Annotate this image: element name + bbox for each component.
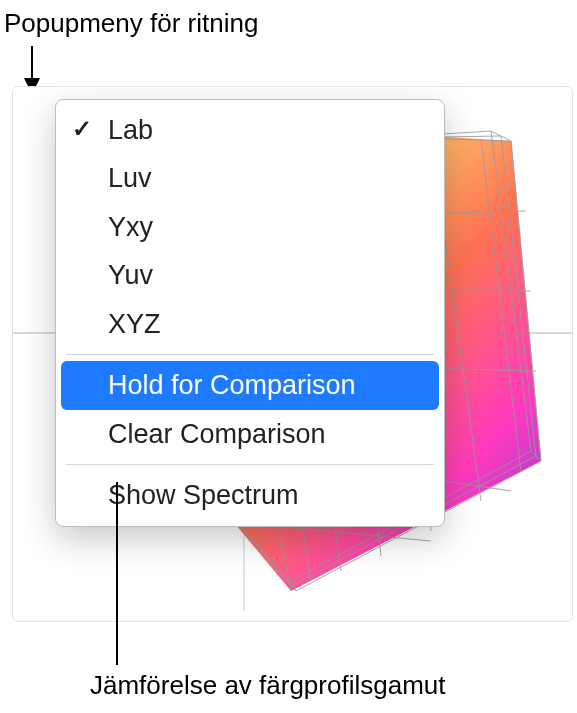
menu-item-label: Luv bbox=[108, 160, 152, 196]
menu-item-luv[interactable]: Luv bbox=[56, 154, 444, 202]
checkmark-icon: ✓ bbox=[72, 113, 92, 145]
gamut-viewer[interactable]: ✓ Lab Luv Yxy Yuv XYZ Hold for Compariso… bbox=[12, 86, 573, 622]
menu-item-show-spectrum[interactable]: Show Spectrum bbox=[56, 471, 444, 519]
menu-item-label: Hold for Comparison bbox=[108, 367, 356, 403]
callout-label-bottom: Jämförelse av färgprofilsgamut bbox=[90, 670, 445, 701]
menu-separator bbox=[66, 464, 434, 465]
menu-item-yuv[interactable]: Yuv bbox=[56, 251, 444, 299]
callout-line-icon bbox=[116, 482, 118, 665]
menu-item-label: Yuv bbox=[108, 257, 153, 293]
menu-item-hold-comparison[interactable]: Hold for Comparison bbox=[61, 361, 439, 409]
menu-item-label: Yxy bbox=[108, 209, 153, 245]
menu-item-label: Clear Comparison bbox=[108, 416, 326, 452]
menu-item-lab[interactable]: ✓ Lab bbox=[56, 106, 444, 154]
callout-label-top: Popupmeny för ritning bbox=[4, 8, 258, 39]
menu-item-clear-comparison[interactable]: Clear Comparison bbox=[56, 410, 444, 458]
menu-item-label: Show Spectrum bbox=[108, 477, 299, 513]
menu-item-label: XYZ bbox=[108, 306, 161, 342]
menu-item-label: Lab bbox=[108, 112, 153, 148]
plot-popup-menu: ✓ Lab Luv Yxy Yuv XYZ Hold for Compariso… bbox=[55, 99, 445, 527]
menu-item-yxy[interactable]: Yxy bbox=[56, 203, 444, 251]
menu-separator bbox=[66, 354, 434, 355]
menu-item-xyz[interactable]: XYZ bbox=[56, 300, 444, 348]
